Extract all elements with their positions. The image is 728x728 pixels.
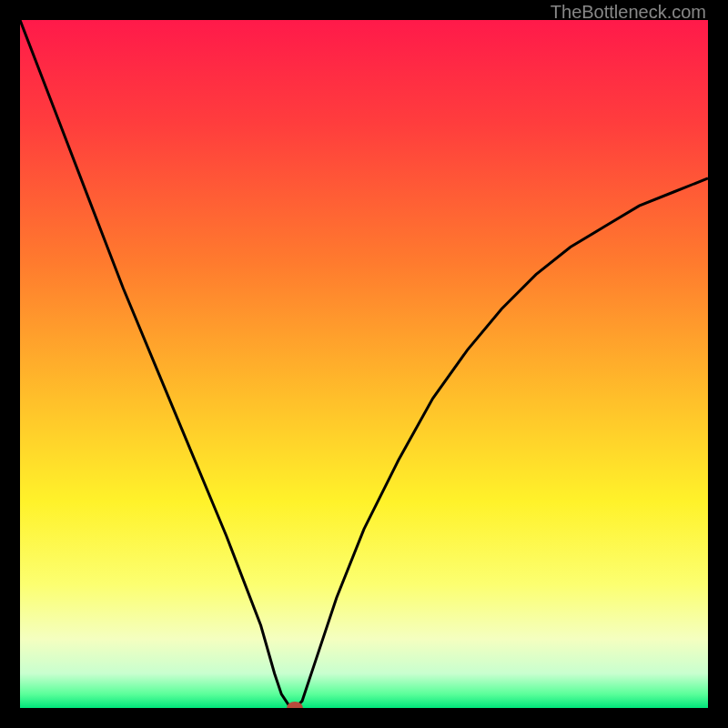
plot-area xyxy=(20,20,708,708)
chart-container: TheBottleneck.com xyxy=(0,0,728,728)
optimal-point-dot xyxy=(287,702,303,708)
bottleneck-curve xyxy=(20,20,708,708)
